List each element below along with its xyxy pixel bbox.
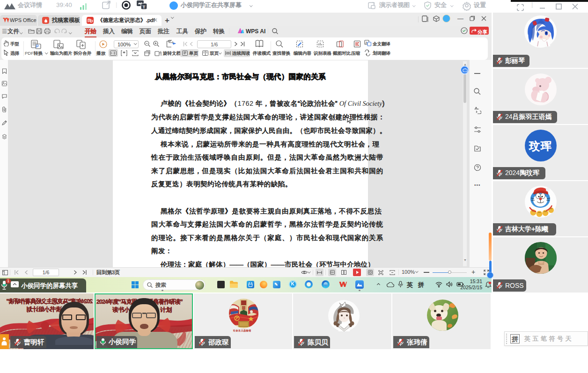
svg-text:T: T [143, 4, 146, 9]
